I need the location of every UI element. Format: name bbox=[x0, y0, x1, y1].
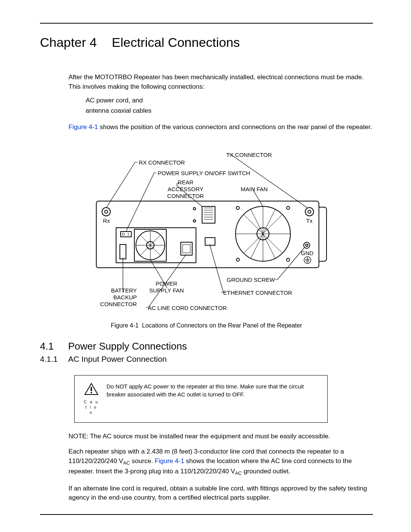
list-item: antenna coaxial cables bbox=[86, 106, 373, 116]
body-p1: Each repeater ships with a 2.438 m (8 fe… bbox=[68, 447, 373, 477]
chapter-label: Chapter 4 bbox=[40, 35, 97, 50]
label-power-switch: POWER SUPPLY ON/OFF SWITCH bbox=[158, 170, 250, 177]
note-line: NOTE: The AC source must be installed ne… bbox=[68, 433, 373, 440]
label-rear-accessory: REAR ACCESSORY CONNECTOR bbox=[165, 179, 207, 200]
caution-icon: C a u t i o n bbox=[83, 382, 100, 415]
label-psu-fan: POWER SUPPLY FAN bbox=[146, 280, 188, 294]
list-item: AC power cord, and bbox=[86, 96, 373, 105]
top-rule bbox=[40, 23, 373, 24]
svg-point-51 bbox=[91, 392, 92, 393]
section-4-1-1-heading: 4.1.1AC Input Power Connection bbox=[40, 355, 373, 364]
intro-p1: After the MOTOTRBO Repeater has been mec… bbox=[68, 73, 373, 91]
label-ground-screw: GROUND SCREW bbox=[226, 276, 275, 283]
label-rx-connector: RX CONNECTOR bbox=[139, 159, 185, 166]
label-main-fan: MAIN FAN bbox=[241, 186, 268, 193]
caution-text: Do NOT apply AC power to the repeater at… bbox=[107, 382, 319, 398]
caution-box: C a u t i o n Do NOT apply AC power to t… bbox=[74, 375, 328, 423]
chapter-title: Chapter 4 Electrical Connections bbox=[40, 35, 373, 50]
body-p2: If an alternate line cord is required, o… bbox=[68, 484, 373, 503]
label-ac-line: AC LINE CORD CONNECTOR bbox=[148, 305, 227, 312]
figure-ref-link[interactable]: Figure 4-1 bbox=[155, 457, 184, 465]
bottom-rule bbox=[40, 514, 373, 515]
figure-ref-link[interactable]: Figure 4-1 bbox=[68, 123, 98, 131]
caution-label: C a u t i o n bbox=[83, 399, 100, 415]
intro-list: AC power cord, and antenna coaxial cable… bbox=[86, 96, 373, 115]
label-battery-backup: BATTERY BACKUP CONNECTOR bbox=[93, 287, 137, 308]
figure-caption: Figure 4-1 Locations of Connectors on th… bbox=[40, 322, 373, 329]
svg-rect-50 bbox=[91, 387, 92, 391]
label-tx-connector: TX CONNECTOR bbox=[226, 152, 272, 158]
label-tx: Tx bbox=[306, 217, 313, 224]
chapter-name: Electrical Connections bbox=[112, 35, 240, 50]
label-rx: Rx bbox=[103, 217, 110, 224]
section-4-1-heading: 4.1Power Supply Connections bbox=[40, 340, 373, 352]
figure-4-1: RX CONNECTOR POWER SUPPLY ON/OFF SWITCH … bbox=[73, 143, 340, 318]
label-ethernet: ETHERNET CONNECTOR bbox=[223, 289, 292, 296]
ground-symbol-icon bbox=[303, 256, 312, 264]
intro-p2: Figure 4-1 shows the position of the var… bbox=[68, 123, 373, 132]
